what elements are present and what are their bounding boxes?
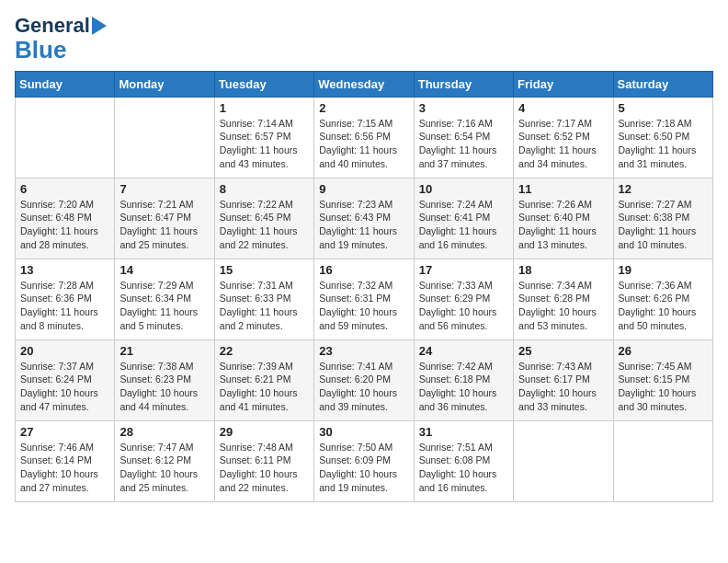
day-detail: Sunrise: 7:22 AM Sunset: 6:45 PM Dayligh… [220,198,309,252]
day-cell: 21Sunrise: 7:38 AM Sunset: 6:23 PM Dayli… [115,339,214,420]
day-cell: 30Sunrise: 7:50 AM Sunset: 6:09 PM Dayli… [314,420,414,501]
day-number: 29 [220,425,309,439]
header-cell-monday: Monday [115,71,214,97]
day-detail: Sunrise: 7:26 AM Sunset: 6:40 PM Dayligh… [518,198,608,252]
day-number: 27 [20,425,109,439]
day-cell [514,420,613,501]
day-number: 18 [518,263,608,277]
day-detail: Sunrise: 7:43 AM Sunset: 6:17 PM Dayligh… [518,360,608,414]
day-detail: Sunrise: 7:37 AM Sunset: 6:24 PM Dayligh… [20,360,109,414]
day-detail: Sunrise: 7:39 AM Sunset: 6:21 PM Dayligh… [220,360,309,414]
day-detail: Sunrise: 7:16 AM Sunset: 6:54 PM Dayligh… [419,117,508,171]
day-cell: 6Sunrise: 7:20 AM Sunset: 6:48 PM Daylig… [16,178,115,259]
day-detail: Sunrise: 7:23 AM Sunset: 6:43 PM Dayligh… [319,198,408,252]
day-cell: 9Sunrise: 7:23 AM Sunset: 6:43 PM Daylig… [314,178,414,259]
day-cell: 28Sunrise: 7:47 AM Sunset: 6:12 PM Dayli… [115,420,214,501]
header-cell-tuesday: Tuesday [214,71,313,97]
logo-text-blue: Blue [15,37,66,63]
week-row-2: 6Sunrise: 7:20 AM Sunset: 6:48 PM Daylig… [16,178,713,259]
day-detail: Sunrise: 7:51 AM Sunset: 6:08 PM Dayligh… [419,441,508,495]
day-cell: 8Sunrise: 7:22 AM Sunset: 6:45 PM Daylig… [214,178,313,259]
day-cell: 16Sunrise: 7:32 AM Sunset: 6:31 PM Dayli… [314,259,414,339]
day-number: 9 [319,182,408,196]
day-detail: Sunrise: 7:27 AM Sunset: 6:38 PM Dayligh… [619,198,708,252]
day-detail: Sunrise: 7:31 AM Sunset: 6:33 PM Dayligh… [220,279,309,333]
calendar-table: SundayMondayTuesdayWednesdayThursdayFrid… [15,71,713,502]
day-number: 30 [319,425,408,439]
day-number: 2 [319,101,408,115]
day-number: 11 [518,182,608,196]
day-cell: 7Sunrise: 7:21 AM Sunset: 6:47 PM Daylig… [115,178,214,259]
day-detail: Sunrise: 7:47 AM Sunset: 6:12 PM Dayligh… [119,441,209,495]
day-number: 1 [220,101,309,115]
day-cell [613,420,712,501]
day-number: 26 [619,344,708,358]
day-number: 5 [619,101,708,115]
day-cell: 14Sunrise: 7:29 AM Sunset: 6:34 PM Dayli… [115,259,214,339]
day-detail: Sunrise: 7:38 AM Sunset: 6:23 PM Dayligh… [119,360,209,414]
day-detail: Sunrise: 7:29 AM Sunset: 6:34 PM Dayligh… [119,279,209,333]
day-detail: Sunrise: 7:15 AM Sunset: 6:56 PM Dayligh… [319,117,408,171]
day-detail: Sunrise: 7:41 AM Sunset: 6:20 PM Dayligh… [319,360,408,414]
day-detail: Sunrise: 7:14 AM Sunset: 6:57 PM Dayligh… [220,117,309,171]
header-cell-saturday: Saturday [613,71,712,97]
day-cell: 5Sunrise: 7:18 AM Sunset: 6:50 PM Daylig… [613,97,712,178]
week-row-5: 27Sunrise: 7:46 AM Sunset: 6:14 PM Dayli… [16,420,713,501]
day-cell: 20Sunrise: 7:37 AM Sunset: 6:24 PM Dayli… [16,339,115,420]
day-cell: 31Sunrise: 7:51 AM Sunset: 6:08 PM Dayli… [414,420,513,501]
day-number: 14 [119,263,209,277]
header-cell-friday: Friday [514,71,613,97]
logo-text-general: General [15,15,90,37]
day-detail: Sunrise: 7:46 AM Sunset: 6:14 PM Dayligh… [20,441,109,495]
day-number: 31 [419,425,508,439]
day-cell: 17Sunrise: 7:33 AM Sunset: 6:29 PM Dayli… [414,259,513,339]
day-number: 21 [119,344,209,358]
day-number: 22 [220,344,309,358]
day-cell: 27Sunrise: 7:46 AM Sunset: 6:14 PM Dayli… [16,420,115,501]
day-number: 28 [119,425,209,439]
week-row-4: 20Sunrise: 7:37 AM Sunset: 6:24 PM Dayli… [16,339,713,420]
day-cell: 23Sunrise: 7:41 AM Sunset: 6:20 PM Dayli… [314,339,414,420]
day-number: 3 [419,101,508,115]
day-cell: 3Sunrise: 7:16 AM Sunset: 6:54 PM Daylig… [414,97,513,178]
day-cell [16,97,115,178]
day-number: 12 [619,182,708,196]
day-cell: 22Sunrise: 7:39 AM Sunset: 6:21 PM Dayli… [214,339,313,420]
day-detail: Sunrise: 7:28 AM Sunset: 6:36 PM Dayligh… [20,279,109,333]
day-detail: Sunrise: 7:36 AM Sunset: 6:26 PM Dayligh… [619,279,708,333]
day-number: 7 [119,182,209,196]
week-row-3: 13Sunrise: 7:28 AM Sunset: 6:36 PM Dayli… [16,259,713,339]
day-detail: Sunrise: 7:45 AM Sunset: 6:15 PM Dayligh… [619,360,708,414]
day-detail: Sunrise: 7:21 AM Sunset: 6:47 PM Dayligh… [119,198,209,252]
page-header: General Blue [15,15,713,63]
logo: General Blue [15,15,107,63]
logo-arrow-icon [92,17,107,35]
day-cell: 25Sunrise: 7:43 AM Sunset: 6:17 PM Dayli… [514,339,613,420]
day-detail: Sunrise: 7:48 AM Sunset: 6:11 PM Dayligh… [220,441,309,495]
day-detail: Sunrise: 7:34 AM Sunset: 6:28 PM Dayligh… [518,279,608,333]
day-cell: 18Sunrise: 7:34 AM Sunset: 6:28 PM Dayli… [514,259,613,339]
header-cell-thursday: Thursday [414,71,513,97]
day-number: 8 [220,182,309,196]
header-row: SundayMondayTuesdayWednesdayThursdayFrid… [16,71,713,97]
day-number: 17 [419,263,508,277]
calendar-body: 1Sunrise: 7:14 AM Sunset: 6:57 PM Daylig… [16,97,713,501]
day-number: 23 [319,344,408,358]
day-cell: 19Sunrise: 7:36 AM Sunset: 6:26 PM Dayli… [613,259,712,339]
day-detail: Sunrise: 7:24 AM Sunset: 6:41 PM Dayligh… [419,198,508,252]
day-cell: 15Sunrise: 7:31 AM Sunset: 6:33 PM Dayli… [214,259,313,339]
day-detail: Sunrise: 7:42 AM Sunset: 6:18 PM Dayligh… [419,360,508,414]
header-cell-sunday: Sunday [16,71,115,97]
day-cell: 4Sunrise: 7:17 AM Sunset: 6:52 PM Daylig… [514,97,613,178]
day-detail: Sunrise: 7:18 AM Sunset: 6:50 PM Dayligh… [619,117,708,171]
day-number: 10 [419,182,508,196]
day-number: 13 [20,263,109,277]
day-number: 24 [419,344,508,358]
day-number: 19 [619,263,708,277]
calendar-header: SundayMondayTuesdayWednesdayThursdayFrid… [16,71,713,97]
day-number: 25 [518,344,608,358]
day-number: 4 [518,101,608,115]
day-detail: Sunrise: 7:20 AM Sunset: 6:48 PM Dayligh… [20,198,109,252]
day-cell: 29Sunrise: 7:48 AM Sunset: 6:11 PM Dayli… [214,420,313,501]
day-number: 6 [20,182,109,196]
